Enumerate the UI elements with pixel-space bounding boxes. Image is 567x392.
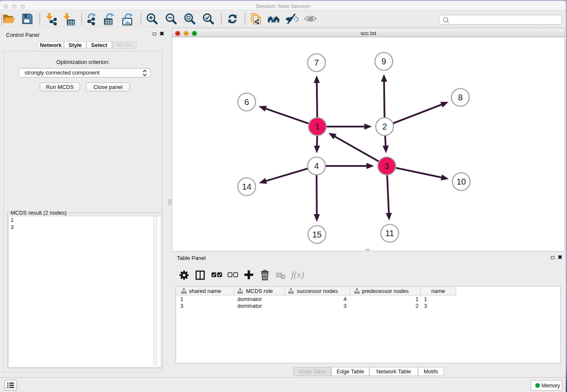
svg-text:11: 11 (385, 229, 394, 238)
svg-text:4: 4 (314, 161, 319, 171)
svg-text:3: 3 (384, 161, 389, 171)
svg-text:1: 1 (315, 122, 319, 131)
svg-text:2: 2 (382, 122, 387, 131)
svg-text:15: 15 (312, 230, 322, 239)
svg-text:7: 7 (314, 58, 319, 67)
svg-text:9: 9 (381, 57, 386, 66)
svg-text:14: 14 (242, 182, 251, 191)
svg-text:8: 8 (458, 93, 462, 102)
svg-text:6: 6 (244, 97, 249, 107)
svg-text:10: 10 (457, 177, 466, 186)
